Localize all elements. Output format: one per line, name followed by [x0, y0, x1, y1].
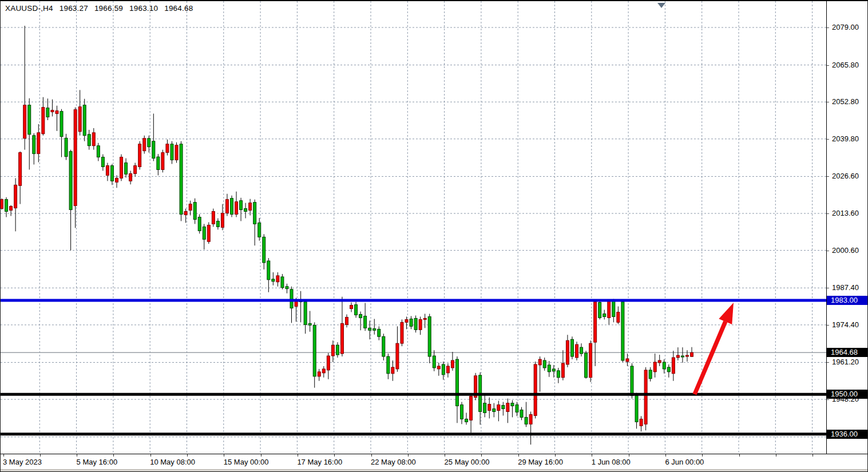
candle-body [244, 209, 247, 212]
candle-body [599, 303, 601, 318]
candle-body [557, 371, 560, 378]
candle-body [451, 360, 454, 368]
time-axis-tick [150, 454, 151, 457]
bullish-candle [161, 150, 164, 173]
bearish-candle [65, 134, 68, 160]
candle-body [1, 200, 3, 209]
bullish-candle [143, 136, 146, 154]
candle-body [378, 329, 381, 336]
candle-body [281, 277, 284, 288]
candle-body [340, 323, 343, 354]
candlestick-chart-canvas[interactable] [1, 1, 826, 454]
candle-body [461, 405, 463, 419]
candle-body [681, 356, 684, 357]
candle-body [60, 112, 63, 137]
candle-body [253, 203, 256, 224]
bearish-candle [263, 234, 265, 269]
bearish-candle [635, 393, 638, 429]
bearish-candle [125, 158, 128, 178]
price-axis-label: 2039.80 [827, 134, 868, 144]
time-axis-tick [702, 454, 703, 457]
bearish-candle [525, 402, 528, 427]
bullish-candle [42, 97, 45, 136]
bearish-candle [511, 400, 514, 418]
bullish-candle [318, 369, 320, 381]
bearish-candle [364, 303, 367, 331]
bullish-candle [470, 394, 473, 433]
time-axis[interactable]: 3 May 20235 May 16:0010 May 08:0015 May … [1, 454, 868, 469]
time-axis-tick [481, 454, 482, 457]
bullish-candle [138, 141, 141, 170]
candle-body [359, 314, 362, 318]
bullish-candle [401, 319, 403, 346]
candle-body [46, 108, 49, 117]
candle-body [538, 359, 541, 365]
bullish-candle [561, 350, 564, 380]
candle-body [493, 408, 496, 411]
time-axis-tick [40, 454, 41, 457]
bearish-candle [649, 367, 652, 382]
candle-body [382, 336, 385, 356]
high-value: 1966.59 [94, 4, 123, 13]
window-bottom-edge [1, 469, 868, 472]
bearish-candle [286, 284, 288, 293]
candle-body [134, 166, 137, 174]
candle-body [364, 316, 367, 328]
candle-body [506, 403, 509, 412]
price-axis-tick [827, 362, 829, 363]
bearish-candle [28, 98, 31, 170]
chart-ohlc-title: XAUUSD-,H4 1963.27 1966.59 1963.10 1964.… [5, 4, 197, 13]
trend-arrow-shaft[interactable] [695, 322, 726, 394]
chart-plot-area[interactable]: XAUUSD-,H4 1963.27 1966.59 1963.10 1964.… [1, 1, 826, 454]
bullish-candle [658, 355, 661, 366]
bearish-candle [359, 312, 362, 331]
price-axis[interactable]: 2079.002065.802052.802039.802026.602013.… [826, 1, 868, 454]
low-value: 1963.10 [129, 4, 158, 13]
bearish-candle [110, 164, 113, 185]
trend-arrow-head[interactable] [719, 303, 734, 324]
price-axis-tick [827, 288, 829, 288]
candle-body [410, 319, 413, 326]
bearish-candle [101, 154, 104, 171]
bullish-candle [676, 347, 679, 360]
candle-body [23, 105, 26, 138]
price-axis-label: 1974.40 [827, 320, 868, 330]
price-axis-label: 2026.60 [827, 172, 868, 181]
bullish-candle [350, 303, 353, 312]
bullish-candle [451, 352, 454, 371]
bullish-candle [576, 342, 578, 360]
price-axis-label: 1961.20 [827, 358, 868, 367]
bullish-candle [419, 316, 422, 335]
bearish-candle [603, 310, 606, 320]
open-value: 1963.27 [60, 4, 88, 13]
candle-body [138, 144, 141, 167]
candle-body [171, 144, 173, 160]
candle-body [318, 372, 320, 376]
candle-body [612, 300, 615, 317]
chart-shift-marker-icon[interactable] [657, 3, 665, 8]
time-axis-tick [187, 454, 188, 457]
candle-body [552, 369, 555, 371]
candle-body [14, 185, 17, 208]
bearish-candle [313, 322, 316, 387]
candle-body [663, 362, 665, 369]
bullish-candle [396, 326, 399, 372]
price-axis-tick [827, 325, 829, 326]
bearish-candle [433, 350, 435, 371]
bearish-candle [442, 362, 445, 380]
time-axis-tick [334, 454, 335, 457]
bullish-candle [391, 360, 394, 381]
candle-body [88, 134, 90, 146]
candle-body [33, 136, 35, 154]
candle-body [465, 419, 468, 422]
bearish-candle [387, 354, 390, 379]
candle-body [10, 207, 13, 211]
time-axis-tick [113, 454, 114, 457]
price-axis-tick [827, 251, 829, 251]
bearish-candle [253, 200, 256, 246]
candle-body [143, 138, 146, 151]
candle-body [649, 370, 652, 379]
candle-body [42, 108, 45, 134]
bullish-candle [235, 192, 238, 217]
candle-body [51, 110, 54, 112]
